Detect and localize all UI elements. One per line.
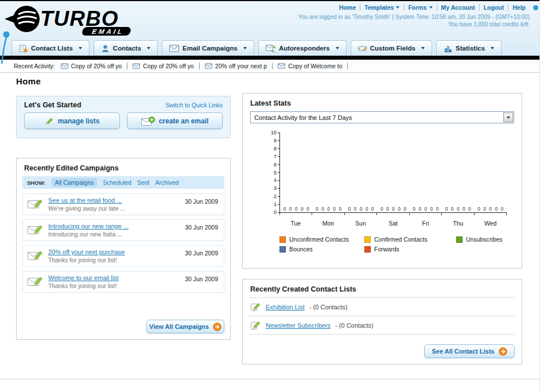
latest-stats-panel: Latest Stats Contact Activity for the La… xyxy=(242,93,522,269)
filter-archived[interactable]: Archived xyxy=(155,179,178,186)
campaigns-panel: Recently Edited Campaigns SHOW: All Camp… xyxy=(16,158,231,340)
chevron-down-icon xyxy=(491,47,494,49)
divider xyxy=(250,334,515,335)
stats-chart-plot: 0 0 0 0 00 0 0 0 00 0 0 0 00 0 0 0 00 0 … xyxy=(279,133,507,213)
brand-sub: EMAIL xyxy=(91,28,125,35)
header: TURBO EMAIL Home Templates Forms My Acco… xyxy=(0,0,540,56)
pencil-icon xyxy=(251,320,261,330)
chevron-down-icon xyxy=(421,47,425,49)
envelope-plus-icon xyxy=(141,117,155,126)
recent-activity-link[interactable]: Copy of 20% off yo xyxy=(71,63,122,69)
nav-link-logout[interactable]: Logout xyxy=(479,4,508,11)
legend-label: Unconfirmed Contacts xyxy=(289,236,349,243)
chevron-down-icon xyxy=(243,47,247,49)
credits-info: You have 1,000 total credits left. xyxy=(448,21,530,28)
x-axis-label: Sat xyxy=(377,220,410,227)
recent-activity-link[interactable]: Copy of Welcome to xyxy=(288,63,342,69)
tab-label: Custom Fields xyxy=(370,45,415,52)
y-axis-tick: 5 xyxy=(274,170,280,176)
stats-legend: Unconfirmed ContactsConfirmed ContactsUn… xyxy=(279,236,511,253)
tab-autoresponders[interactable]: Autoresponders xyxy=(258,40,347,56)
nav-link-my-account[interactable]: My Account xyxy=(437,4,479,11)
campaign-row[interactable]: See us at the retail food ... We're givi… xyxy=(22,193,224,215)
y-axis-tick: 9 xyxy=(274,138,280,143)
recent-activity-item: Copy of 20% off yo xyxy=(133,63,200,69)
legend-swatch xyxy=(364,246,371,253)
recent-activity-link[interactable]: 20% off your next p xyxy=(215,63,267,69)
tab-contacts[interactable]: Contacts xyxy=(94,40,158,56)
tab-label: Contact Lists xyxy=(31,45,73,52)
legend-item: Unsubscribes xyxy=(456,236,511,243)
filter-sent[interactable]: Sent xyxy=(137,179,150,186)
stats-activity-select[interactable]: Contact Activity for the Last 7 Days xyxy=(250,111,514,123)
create-email-button[interactable]: create an email xyxy=(127,112,223,129)
chevron-down-icon xyxy=(429,6,433,9)
stats-select-value: Contact Activity for the Last 7 Days xyxy=(254,114,352,121)
edit-envelope-icon xyxy=(28,275,43,289)
nav-link-label: My Account xyxy=(441,4,475,11)
chart-value-labels: 0 0 0 0 0 xyxy=(442,206,474,212)
contacts-icon xyxy=(101,44,110,53)
nav-link-label: Templates xyxy=(364,4,394,11)
create-email-label: create an email xyxy=(159,117,209,125)
edit-envelope-icon xyxy=(28,198,43,211)
tab-contact-lists[interactable]: Contact Lists xyxy=(11,40,90,56)
get-started-panel: Let's Get Started Switch to Quick Links … xyxy=(16,96,231,138)
nav-link-home[interactable]: Home xyxy=(335,4,360,11)
pencil-icon xyxy=(45,117,54,126)
tab-statistics[interactable]: Statistics xyxy=(436,40,502,56)
x-axis-label: Tue xyxy=(279,220,312,227)
y-axis-tick: 7 xyxy=(274,154,280,160)
statistics-icon xyxy=(444,44,452,53)
blue-dot-decoration xyxy=(533,5,538,10)
view-all-campaigns-button[interactable]: View All Campaigns xyxy=(146,320,224,333)
nav-link-help[interactable]: Help xyxy=(508,4,530,11)
pencil-icon xyxy=(251,302,261,312)
campaign-subtitle: We're giving away our late ... xyxy=(48,205,219,212)
campaign-row[interactable]: 20% off your next purchase Thanks for jo… xyxy=(22,245,224,267)
email-campaigns-icon xyxy=(169,45,179,52)
filter-scheduled[interactable]: Scheduled xyxy=(103,179,131,186)
see-all-contact-lists-button[interactable]: See All Contact Lists xyxy=(424,344,515,358)
y-axis-tick: 8 xyxy=(274,146,280,152)
chevron-down-icon xyxy=(396,6,399,9)
contact-list-link[interactable]: Exhibition List xyxy=(266,304,305,311)
chart-zero-row: 0 0 0 0 00 0 0 0 00 0 0 0 00 0 0 0 00 0 … xyxy=(280,206,507,212)
tab-email-campaigns[interactable]: Email Campaigns xyxy=(162,40,254,56)
recent-activity-item: 20% off your next p xyxy=(205,63,273,69)
select-dropdown-icon[interactable] xyxy=(503,112,513,122)
tab-label: Statistics xyxy=(456,45,485,52)
campaign-subtitle: Thanks for joining our list! xyxy=(48,257,219,263)
tab-custom-fields[interactable]: Custom Fields xyxy=(351,40,432,56)
page-title: Home xyxy=(16,76,41,86)
login-info: You are logged in as 'Timothy Smith' | S… xyxy=(298,14,530,20)
recent-activity-link[interactable]: Copy of 20% off yo xyxy=(143,63,194,69)
chevron-down-icon xyxy=(336,47,339,49)
tab-label: Autoresponders xyxy=(279,45,330,52)
campaign-row[interactable]: Introducing our new range ... Introducin… xyxy=(22,219,224,241)
arrow-right-icon xyxy=(499,347,507,356)
logo-swoosh-decoration xyxy=(0,31,11,65)
chart-value-labels: 0 0 0 0 0 xyxy=(377,206,409,212)
x-axis-label: Wed xyxy=(474,220,507,227)
arrow-right-icon xyxy=(213,323,222,331)
app-logo: TURBO EMAIL xyxy=(3,3,156,37)
nav-link-forms[interactable]: Forms xyxy=(403,4,436,11)
envelope-icon xyxy=(278,63,285,69)
legend-swatch xyxy=(279,246,286,253)
contact-list-count: - (0 Contacts) xyxy=(335,322,374,329)
recent-activity-item: Copy of Welcome to xyxy=(278,63,348,69)
campaign-row[interactable]: Welcome to our email list Thanks for joi… xyxy=(22,271,224,293)
nav-link-templates[interactable]: Templates xyxy=(360,4,403,11)
chart-value-labels: 0 0 0 0 0 xyxy=(312,206,344,212)
x-axis-label: Thu xyxy=(442,220,475,227)
contact-lists-icon xyxy=(19,44,28,53)
filter-all-campaigns[interactable]: All Campaigns xyxy=(52,178,98,187)
legend-swatch xyxy=(279,236,286,243)
manage-lists-button[interactable]: manage lists xyxy=(24,112,120,129)
campaign-date: 30 Jun 2009 xyxy=(185,275,218,282)
switch-quick-links[interactable]: Switch to Quick Links xyxy=(165,102,223,108)
chart-value-labels: 0 0 0 0 0 xyxy=(410,206,442,212)
contact-list-link[interactable]: Newsletter Subscribers xyxy=(266,322,331,329)
contact-list-item: Exhibition List - (0 Contacts) xyxy=(243,298,522,316)
